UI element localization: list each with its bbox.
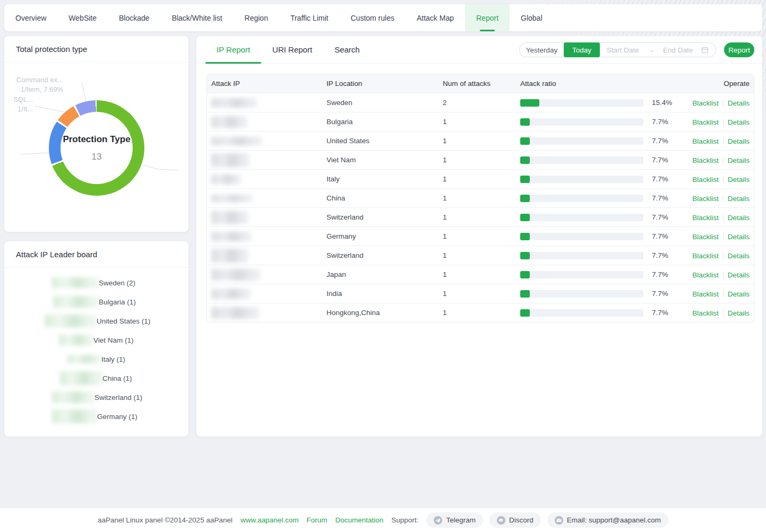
tab-uri-report[interactable]: URI Report <box>261 36 323 63</box>
attack-ratio-value: 7.7% <box>652 208 668 227</box>
nav-item-black-white-list[interactable]: Black/White list <box>161 4 234 31</box>
attack-ratio-value: 7.7% <box>652 132 668 151</box>
website-link[interactable]: www.aapanel.com <box>240 516 299 524</box>
link-divider <box>723 100 724 107</box>
tab-search[interactable]: Search <box>323 36 371 63</box>
blurred-ip-bar <box>51 277 100 288</box>
attack-ratio-bar <box>520 118 643 126</box>
yesterday-button[interactable]: Yesterday <box>519 42 564 57</box>
attack-ratio-bar <box>520 176 643 183</box>
table-row: China 1 7.7% Blacklist Details <box>207 188 754 207</box>
link-divider <box>723 291 724 298</box>
details-link[interactable]: Details <box>728 137 750 145</box>
blacklist-link[interactable]: Blacklist <box>692 156 719 164</box>
ip-location-cell: Italy <box>326 170 340 189</box>
leaderboard-row: Viet Nam (1) <box>59 335 134 345</box>
nav-item-attack-map[interactable]: Attack Map <box>406 4 465 31</box>
nav-item-custom-rules[interactable]: Custom rules <box>340 4 406 31</box>
donut-center-label: Protection Type <box>63 134 130 145</box>
details-link[interactable]: Details <box>728 271 750 279</box>
num-attacks-cell: 1 <box>443 112 447 132</box>
details-link[interactable]: Details <box>728 195 750 203</box>
link-divider <box>723 195 724 202</box>
blacklist-link[interactable]: Blacklist <box>692 195 719 203</box>
nav-item-global[interactable]: Global <box>510 4 553 31</box>
details-link[interactable]: Details <box>728 252 750 260</box>
table-header-row: Attack IP IP Location Num of attacks Att… <box>207 74 754 93</box>
attack-ratio-bar <box>520 195 643 202</box>
num-attacks-cell: 1 <box>443 208 447 227</box>
attack-ratio-bar <box>520 252 643 259</box>
generate-report-button[interactable]: Report <box>724 42 754 57</box>
details-link[interactable]: Details <box>728 99 750 107</box>
leaderboard-row-label: Viet Nam (1) <box>93 336 134 344</box>
nav-item-region[interactable]: Region <box>234 4 279 31</box>
leaderboard-row-label: United States (1) <box>97 317 150 325</box>
details-link[interactable]: Details <box>728 118 750 126</box>
leaderboard-row: Italy (1) <box>67 354 125 364</box>
blacklist-link[interactable]: Blacklist <box>692 252 719 260</box>
nav-item-report[interactable]: Report <box>465 4 510 31</box>
blacklist-link[interactable]: Blacklist <box>692 176 719 184</box>
header-attack-ip: Attack IP <box>211 74 240 93</box>
blacklist-link[interactable]: Blacklist <box>692 214 719 222</box>
ip-location-cell: Bulgaria <box>326 112 353 132</box>
operate-cell: Blacklist Details <box>692 284 750 303</box>
blurred-ip-bar <box>45 315 98 327</box>
details-link[interactable]: Details <box>728 214 750 222</box>
blurred-attack-ip <box>211 269 260 281</box>
table-row: Italy 1 7.7% Blacklist Details <box>207 169 754 188</box>
blacklist-link[interactable]: Blacklist <box>692 118 719 126</box>
support-pill-discord[interactable]: Discord <box>489 512 541 528</box>
attack-ratio-value: 7.7% <box>652 227 668 246</box>
attack-ratio-fill <box>520 290 530 298</box>
link-divider <box>723 214 724 221</box>
arrow-right-icon: → <box>647 46 655 54</box>
forum-link[interactable]: Forum <box>307 516 328 524</box>
details-link[interactable]: Details <box>728 156 750 164</box>
leaderboard-row: Switzerland (1) <box>52 392 142 403</box>
details-link[interactable]: Details <box>728 176 750 184</box>
support-pill-label: Email: support@aapanel.com <box>567 516 661 524</box>
blurred-ip-bar <box>52 391 96 403</box>
table-row: United States 1 7.7% Blacklist Details <box>207 131 754 150</box>
blacklist-link[interactable]: Blacklist <box>692 271 719 279</box>
blacklist-link[interactable]: Blacklist <box>692 309 719 317</box>
blacklist-link[interactable]: Blacklist <box>692 290 719 298</box>
nav-item-overview[interactable]: Overview <box>4 4 57 31</box>
details-link[interactable]: Details <box>728 309 750 317</box>
nav-item-traffic-limit[interactable]: Traffic Limit <box>279 4 340 31</box>
operate-cell: Blacklist Details <box>692 246 750 265</box>
today-button[interactable]: Today <box>564 42 600 57</box>
leaderboard-row-label: Italy (1) <box>101 355 125 363</box>
blacklist-link[interactable]: Blacklist <box>692 137 719 145</box>
nav-item-label: Global <box>521 14 542 22</box>
donut-callout-sql: SQL... 1/It... <box>13 95 33 114</box>
link-divider <box>723 176 724 183</box>
calendar-icon <box>701 46 709 54</box>
table-row: Germany 1 7.7% Blacklist Details <box>207 226 754 246</box>
nav-item-blockade[interactable]: Blockade <box>108 4 161 31</box>
details-link[interactable]: Details <box>728 233 750 241</box>
documentation-link[interactable]: Documentation <box>335 516 384 524</box>
nav-item-label: Black/White list <box>172 14 222 22</box>
date-range-picker[interactable]: Start Date → End Date <box>600 42 716 57</box>
details-link[interactable]: Details <box>728 290 750 298</box>
attack-ratio-fill <box>520 195 530 202</box>
blurred-ip-bar <box>60 371 104 385</box>
link-divider <box>723 310 724 317</box>
link-divider <box>723 157 724 164</box>
support-pill-email[interactable]: Email: support@aapanel.com <box>547 512 668 528</box>
num-attacks-cell: 1 <box>443 227 447 246</box>
nav-item-website[interactable]: WebSite <box>57 4 108 31</box>
attack-ratio-fill <box>520 137 530 145</box>
blurred-attack-ip <box>211 195 253 202</box>
tab-ip-report[interactable]: IP Report <box>205 36 261 63</box>
attack-ratio-bar <box>520 156 643 164</box>
blacklist-link[interactable]: Blacklist <box>692 233 719 241</box>
header-num-attacks: Num of attacks <box>443 74 490 93</box>
active-tab-underline <box>205 62 261 64</box>
blacklist-link[interactable]: Blacklist <box>692 99 719 107</box>
attack-ratio-fill <box>520 233 530 240</box>
support-pill-telegram[interactable]: Telegram <box>426 512 483 528</box>
